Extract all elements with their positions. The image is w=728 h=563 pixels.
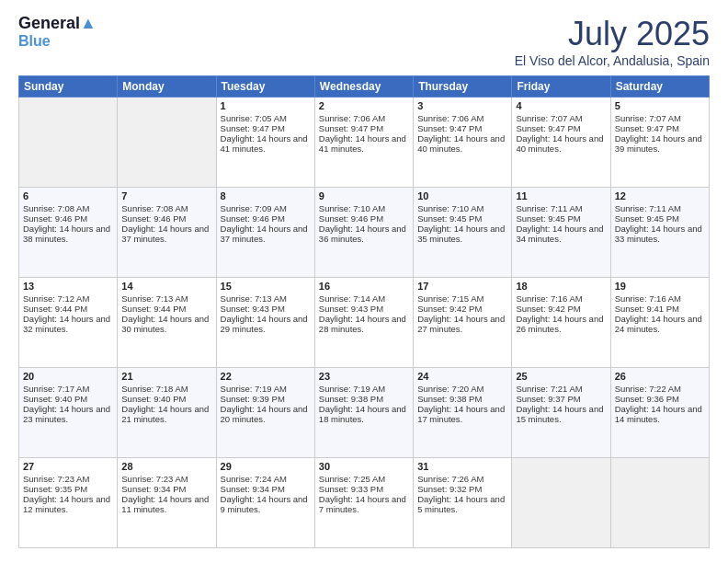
sunrise-text: Sunrise: 7:08 AM bbox=[23, 203, 113, 213]
calendar-cell: 3Sunrise: 7:06 AMSunset: 9:47 PMDaylight… bbox=[414, 98, 512, 188]
daylight-text: Daylight: 14 hours and 20 minutes. bbox=[221, 404, 311, 424]
calendar-cell: 21Sunrise: 7:18 AMSunset: 9:40 PMDayligh… bbox=[118, 368, 216, 458]
sunrise-text: Sunrise: 7:17 AM bbox=[23, 384, 113, 394]
calendar-cell: 8Sunrise: 7:09 AMSunset: 9:46 PMDaylight… bbox=[216, 188, 314, 278]
sunset-text: Sunset: 9:47 PM bbox=[221, 123, 311, 133]
day-number: 12 bbox=[615, 190, 705, 201]
calendar-cell: 19Sunrise: 7:16 AMSunset: 9:41 PMDayligh… bbox=[610, 278, 709, 368]
month-title: July 2025 bbox=[515, 15, 710, 53]
sunrise-text: Sunrise: 7:21 AM bbox=[516, 384, 606, 394]
day-number: 27 bbox=[23, 461, 113, 472]
sunrise-text: Sunrise: 7:14 AM bbox=[319, 293, 409, 304]
day-number: 24 bbox=[417, 371, 507, 382]
sunrise-text: Sunrise: 7:13 AM bbox=[121, 293, 211, 304]
sunset-text: Sunset: 9:43 PM bbox=[221, 304, 311, 314]
day-number: 5 bbox=[615, 100, 705, 111]
day-number: 18 bbox=[516, 281, 606, 292]
daylight-text: Daylight: 14 hours and 23 minutes. bbox=[23, 404, 113, 424]
daylight-text: Daylight: 14 hours and 34 minutes. bbox=[516, 224, 606, 244]
calendar-cell bbox=[610, 458, 709, 548]
sunrise-text: Sunrise: 7:25 AM bbox=[319, 474, 409, 484]
week-row-1: 6Sunrise: 7:08 AMSunset: 9:46 PMDaylight… bbox=[19, 188, 710, 278]
sunrise-text: Sunrise: 7:08 AM bbox=[121, 203, 211, 213]
day-number: 6 bbox=[23, 190, 113, 201]
sunset-text: Sunset: 9:36 PM bbox=[615, 394, 705, 404]
sunset-text: Sunset: 9:46 PM bbox=[121, 213, 211, 224]
sunrise-text: Sunrise: 7:19 AM bbox=[319, 384, 409, 394]
sunrise-text: Sunrise: 7:23 AM bbox=[23, 474, 113, 484]
calendar-cell: 29Sunrise: 7:24 AMSunset: 9:34 PMDayligh… bbox=[216, 458, 314, 548]
weekday-header-saturday: Saturday bbox=[610, 76, 709, 98]
sunset-text: Sunset: 9:34 PM bbox=[221, 484, 311, 494]
sunset-text: Sunset: 9:47 PM bbox=[615, 123, 705, 133]
day-number: 2 bbox=[319, 100, 409, 111]
sunrise-text: Sunrise: 7:22 AM bbox=[615, 384, 705, 394]
sunset-text: Sunset: 9:40 PM bbox=[23, 394, 113, 404]
daylight-text: Daylight: 14 hours and 18 minutes. bbox=[319, 404, 409, 424]
daylight-text: Daylight: 14 hours and 30 minutes. bbox=[121, 314, 211, 334]
sunrise-text: Sunrise: 7:13 AM bbox=[221, 293, 311, 304]
day-number: 9 bbox=[319, 190, 409, 201]
calendar-cell: 23Sunrise: 7:19 AMSunset: 9:38 PMDayligh… bbox=[314, 368, 413, 458]
logo-text-line2: Blue bbox=[18, 33, 51, 50]
calendar-cell: 10Sunrise: 7:10 AMSunset: 9:45 PMDayligh… bbox=[414, 188, 512, 278]
calendar-cell: 7Sunrise: 7:08 AMSunset: 9:46 PMDaylight… bbox=[118, 188, 216, 278]
calendar-cell: 20Sunrise: 7:17 AMSunset: 9:40 PMDayligh… bbox=[19, 368, 118, 458]
calendar-cell: 18Sunrise: 7:16 AMSunset: 9:42 PMDayligh… bbox=[512, 278, 610, 368]
calendar-cell: 17Sunrise: 7:15 AMSunset: 9:42 PMDayligh… bbox=[414, 278, 512, 368]
weekday-header-row: SundayMondayTuesdayWednesdayThursdayFrid… bbox=[19, 76, 710, 98]
sunset-text: Sunset: 9:41 PM bbox=[615, 304, 705, 314]
sunset-text: Sunset: 9:45 PM bbox=[615, 213, 705, 224]
sunset-text: Sunset: 9:44 PM bbox=[23, 304, 113, 314]
sunset-text: Sunset: 9:38 PM bbox=[319, 394, 409, 404]
daylight-text: Daylight: 14 hours and 32 minutes. bbox=[23, 314, 113, 334]
daylight-text: Daylight: 14 hours and 37 minutes. bbox=[221, 224, 311, 244]
sunset-text: Sunset: 9:33 PM bbox=[319, 484, 409, 494]
sunset-text: Sunset: 9:37 PM bbox=[516, 394, 606, 404]
day-number: 22 bbox=[221, 371, 311, 382]
logo-triangle-icon: ▲ bbox=[80, 14, 97, 32]
daylight-text: Daylight: 14 hours and 11 minutes. bbox=[121, 494, 211, 514]
calendar-cell: 12Sunrise: 7:11 AMSunset: 9:45 PMDayligh… bbox=[610, 188, 709, 278]
daylight-text: Daylight: 14 hours and 15 minutes. bbox=[516, 404, 606, 424]
sunset-text: Sunset: 9:46 PM bbox=[23, 213, 113, 224]
sunset-text: Sunset: 9:45 PM bbox=[516, 213, 606, 224]
sunrise-text: Sunrise: 7:05 AM bbox=[221, 113, 311, 123]
daylight-text: Daylight: 14 hours and 28 minutes. bbox=[319, 314, 409, 334]
calendar-cell: 24Sunrise: 7:20 AMSunset: 9:38 PMDayligh… bbox=[414, 368, 512, 458]
week-row-3: 20Sunrise: 7:17 AMSunset: 9:40 PMDayligh… bbox=[19, 368, 710, 458]
sunrise-text: Sunrise: 7:26 AM bbox=[417, 474, 507, 484]
day-number: 20 bbox=[23, 371, 113, 382]
day-number: 15 bbox=[221, 281, 311, 292]
sunrise-text: Sunrise: 7:16 AM bbox=[615, 293, 705, 304]
calendar-cell bbox=[19, 98, 118, 188]
weekday-header-friday: Friday bbox=[512, 76, 610, 98]
sunrise-text: Sunrise: 7:24 AM bbox=[221, 474, 311, 484]
sunrise-text: Sunrise: 7:10 AM bbox=[417, 203, 507, 213]
week-row-2: 13Sunrise: 7:12 AMSunset: 9:44 PMDayligh… bbox=[19, 278, 710, 368]
day-number: 23 bbox=[319, 371, 409, 382]
sunrise-text: Sunrise: 7:19 AM bbox=[221, 384, 311, 394]
calendar-cell: 27Sunrise: 7:23 AMSunset: 9:35 PMDayligh… bbox=[19, 458, 118, 548]
daylight-text: Daylight: 14 hours and 21 minutes. bbox=[121, 404, 211, 424]
calendar-cell: 2Sunrise: 7:06 AMSunset: 9:47 PMDaylight… bbox=[314, 98, 413, 188]
daylight-text: Daylight: 14 hours and 29 minutes. bbox=[221, 314, 311, 334]
daylight-text: Daylight: 14 hours and 40 minutes. bbox=[417, 133, 507, 154]
calendar-table: SundayMondayTuesdayWednesdayThursdayFrid… bbox=[18, 75, 710, 548]
sunrise-text: Sunrise: 7:12 AM bbox=[23, 293, 113, 304]
calendar-cell: 15Sunrise: 7:13 AMSunset: 9:43 PMDayligh… bbox=[216, 278, 314, 368]
sunrise-text: Sunrise: 7:09 AM bbox=[221, 203, 311, 213]
sunset-text: Sunset: 9:46 PM bbox=[319, 213, 409, 224]
weekday-header-wednesday: Wednesday bbox=[314, 76, 413, 98]
weekday-header-thursday: Thursday bbox=[414, 76, 512, 98]
calendar-cell: 22Sunrise: 7:19 AMSunset: 9:39 PMDayligh… bbox=[216, 368, 314, 458]
calendar-cell: 25Sunrise: 7:21 AMSunset: 9:37 PMDayligh… bbox=[512, 368, 610, 458]
sunset-text: Sunset: 9:42 PM bbox=[417, 304, 507, 314]
sunrise-text: Sunrise: 7:06 AM bbox=[319, 113, 409, 123]
calendar-cell: 4Sunrise: 7:07 AMSunset: 9:47 PMDaylight… bbox=[512, 98, 610, 188]
calendar-cell: 14Sunrise: 7:13 AMSunset: 9:44 PMDayligh… bbox=[118, 278, 216, 368]
sunset-text: Sunset: 9:34 PM bbox=[121, 484, 211, 494]
location-subtitle: El Viso del Alcor, Andalusia, Spain bbox=[515, 53, 710, 68]
logo-text-line1: General▲ bbox=[18, 15, 97, 33]
day-number: 29 bbox=[221, 461, 311, 472]
